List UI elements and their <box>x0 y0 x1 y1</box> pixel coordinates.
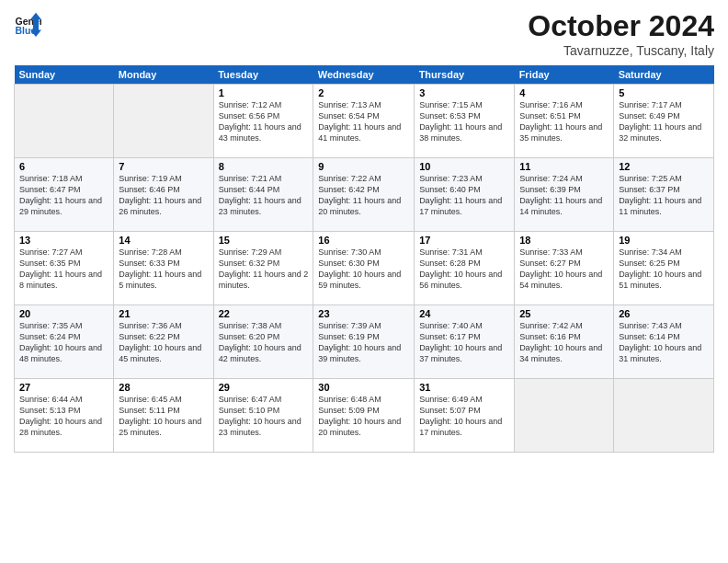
day-info: Sunrise: 7:19 AM Sunset: 6:46 PM Dayligh… <box>119 173 208 218</box>
calendar-cell: 14Sunrise: 7:28 AM Sunset: 6:33 PM Dayli… <box>114 232 213 305</box>
calendar-cell <box>614 379 714 453</box>
calendar-cell: 24Sunrise: 7:40 AM Sunset: 6:17 PM Dayli… <box>415 305 515 379</box>
col-header-thursday: Thursday <box>415 65 515 85</box>
logo: General Blue <box>14 9 45 37</box>
day-info: Sunrise: 7:27 AM Sunset: 6:35 PM Dayligh… <box>19 247 108 292</box>
day-info: Sunrise: 7:43 AM Sunset: 6:14 PM Dayligh… <box>619 320 709 365</box>
day-info: Sunrise: 7:21 AM Sunset: 6:44 PM Dayligh… <box>219 173 309 218</box>
day-info: Sunrise: 7:17 AM Sunset: 6:49 PM Dayligh… <box>619 99 709 144</box>
day-info: Sunrise: 6:49 AM Sunset: 5:07 PM Dayligh… <box>419 394 509 439</box>
col-header-saturday: Saturday <box>614 65 714 85</box>
calendar-cell: 22Sunrise: 7:38 AM Sunset: 6:20 PM Dayli… <box>213 305 313 379</box>
logo-icon: General Blue <box>14 9 41 37</box>
title-block: October 2024 Tavarnuzze, Tuscany, Italy <box>528 9 714 58</box>
day-info: Sunrise: 7:16 AM Sunset: 6:51 PM Dayligh… <box>519 99 609 144</box>
calendar-week-3: 20Sunrise: 7:35 AM Sunset: 6:24 PM Dayli… <box>15 305 714 379</box>
day-number: 6 <box>19 161 108 172</box>
calendar-cell: 9Sunrise: 7:22 AM Sunset: 6:42 PM Daylig… <box>313 158 415 232</box>
calendar-week-4: 27Sunrise: 6:44 AM Sunset: 5:13 PM Dayli… <box>15 379 714 453</box>
day-info: Sunrise: 6:45 AM Sunset: 5:11 PM Dayligh… <box>119 394 208 439</box>
day-number: 20 <box>19 308 108 319</box>
day-number: 5 <box>619 87 709 98</box>
day-number: 26 <box>619 308 709 319</box>
calendar-cell <box>15 85 114 158</box>
day-number: 9 <box>318 161 409 172</box>
calendar-cell: 21Sunrise: 7:36 AM Sunset: 6:22 PM Dayli… <box>114 305 213 379</box>
day-number: 19 <box>619 235 709 246</box>
day-info: Sunrise: 6:47 AM Sunset: 5:10 PM Dayligh… <box>219 394 309 439</box>
calendar-cell: 11Sunrise: 7:24 AM Sunset: 6:39 PM Dayli… <box>515 158 614 232</box>
col-header-tuesday: Tuesday <box>213 65 313 85</box>
page-header: General Blue October 2024 Tavarnuzze, Tu… <box>14 9 714 58</box>
day-info: Sunrise: 7:15 AM Sunset: 6:53 PM Dayligh… <box>419 99 509 144</box>
day-info: Sunrise: 7:30 AM Sunset: 6:30 PM Dayligh… <box>318 247 409 292</box>
calendar-cell: 3Sunrise: 7:15 AM Sunset: 6:53 PM Daylig… <box>415 85 515 158</box>
day-info: Sunrise: 7:42 AM Sunset: 6:16 PM Dayligh… <box>519 320 609 365</box>
day-number: 13 <box>19 235 108 246</box>
calendar-cell: 28Sunrise: 6:45 AM Sunset: 5:11 PM Dayli… <box>114 379 213 453</box>
calendar-week-2: 13Sunrise: 7:27 AM Sunset: 6:35 PM Dayli… <box>15 232 714 305</box>
day-info: Sunrise: 7:13 AM Sunset: 6:54 PM Dayligh… <box>318 99 409 144</box>
day-number: 2 <box>318 87 409 98</box>
day-number: 23 <box>318 308 409 319</box>
day-number: 28 <box>119 382 208 393</box>
day-info: Sunrise: 7:18 AM Sunset: 6:47 PM Dayligh… <box>19 173 108 218</box>
day-info: Sunrise: 7:23 AM Sunset: 6:40 PM Dayligh… <box>419 173 509 218</box>
day-info: Sunrise: 7:35 AM Sunset: 6:24 PM Dayligh… <box>19 320 108 365</box>
calendar-cell: 19Sunrise: 7:34 AM Sunset: 6:25 PM Dayli… <box>614 232 714 305</box>
day-number: 8 <box>219 161 309 172</box>
day-info: Sunrise: 7:12 AM Sunset: 6:56 PM Dayligh… <box>219 99 309 144</box>
day-info: Sunrise: 7:31 AM Sunset: 6:28 PM Dayligh… <box>419 247 509 292</box>
day-info: Sunrise: 7:38 AM Sunset: 6:20 PM Dayligh… <box>219 320 309 365</box>
calendar-cell <box>114 85 213 158</box>
calendar-header-row: SundayMondayTuesdayWednesdayThursdayFrid… <box>15 65 714 85</box>
location-subtitle: Tavarnuzze, Tuscany, Italy <box>528 43 714 58</box>
calendar-cell: 2Sunrise: 7:13 AM Sunset: 6:54 PM Daylig… <box>313 85 415 158</box>
day-number: 25 <box>519 308 609 319</box>
day-number: 10 <box>419 161 509 172</box>
day-info: Sunrise: 6:44 AM Sunset: 5:13 PM Dayligh… <box>19 394 108 439</box>
day-info: Sunrise: 7:24 AM Sunset: 6:39 PM Dayligh… <box>519 173 609 218</box>
calendar-cell: 25Sunrise: 7:42 AM Sunset: 6:16 PM Dayli… <box>515 305 614 379</box>
day-number: 21 <box>119 308 208 319</box>
calendar-cell: 13Sunrise: 7:27 AM Sunset: 6:35 PM Dayli… <box>15 232 114 305</box>
day-number: 30 <box>318 382 409 393</box>
day-number: 27 <box>19 382 108 393</box>
calendar-week-0: 1Sunrise: 7:12 AM Sunset: 6:56 PM Daylig… <box>15 85 714 158</box>
day-number: 14 <box>119 235 208 246</box>
calendar-cell: 1Sunrise: 7:12 AM Sunset: 6:56 PM Daylig… <box>213 85 313 158</box>
calendar-cell: 10Sunrise: 7:23 AM Sunset: 6:40 PM Dayli… <box>415 158 515 232</box>
day-info: Sunrise: 7:40 AM Sunset: 6:17 PM Dayligh… <box>419 320 509 365</box>
day-info: Sunrise: 7:28 AM Sunset: 6:33 PM Dayligh… <box>119 247 208 292</box>
day-number: 29 <box>219 382 309 393</box>
day-number: 16 <box>318 235 409 246</box>
calendar-cell: 30Sunrise: 6:48 AM Sunset: 5:09 PM Dayli… <box>313 379 415 453</box>
day-number: 22 <box>219 308 309 319</box>
calendar-cell: 20Sunrise: 7:35 AM Sunset: 6:24 PM Dayli… <box>15 305 114 379</box>
day-info: Sunrise: 6:48 AM Sunset: 5:09 PM Dayligh… <box>318 394 409 439</box>
col-header-wednesday: Wednesday <box>313 65 415 85</box>
day-info: Sunrise: 7:22 AM Sunset: 6:42 PM Dayligh… <box>318 173 409 218</box>
day-info: Sunrise: 7:29 AM Sunset: 6:32 PM Dayligh… <box>219 247 309 292</box>
month-title: October 2024 <box>528 9 714 43</box>
day-number: 3 <box>419 87 509 98</box>
calendar-cell: 7Sunrise: 7:19 AM Sunset: 6:46 PM Daylig… <box>114 158 213 232</box>
calendar-week-1: 6Sunrise: 7:18 AM Sunset: 6:47 PM Daylig… <box>15 158 714 232</box>
day-number: 11 <box>519 161 609 172</box>
col-header-monday: Monday <box>114 65 213 85</box>
day-number: 17 <box>419 235 509 246</box>
day-number: 24 <box>419 308 509 319</box>
calendar-cell <box>515 379 614 453</box>
day-info: Sunrise: 7:36 AM Sunset: 6:22 PM Dayligh… <box>119 320 208 365</box>
calendar-cell: 29Sunrise: 6:47 AM Sunset: 5:10 PM Dayli… <box>213 379 313 453</box>
calendar-cell: 23Sunrise: 7:39 AM Sunset: 6:19 PM Dayli… <box>313 305 415 379</box>
calendar-cell: 8Sunrise: 7:21 AM Sunset: 6:44 PM Daylig… <box>213 158 313 232</box>
day-number: 12 <box>619 161 709 172</box>
day-info: Sunrise: 7:39 AM Sunset: 6:19 PM Dayligh… <box>318 320 409 365</box>
calendar-cell: 5Sunrise: 7:17 AM Sunset: 6:49 PM Daylig… <box>614 85 714 158</box>
day-number: 31 <box>419 382 509 393</box>
calendar-cell: 4Sunrise: 7:16 AM Sunset: 6:51 PM Daylig… <box>515 85 614 158</box>
day-number: 7 <box>119 161 208 172</box>
day-number: 18 <box>519 235 609 246</box>
day-info: Sunrise: 7:25 AM Sunset: 6:37 PM Dayligh… <box>619 173 709 218</box>
